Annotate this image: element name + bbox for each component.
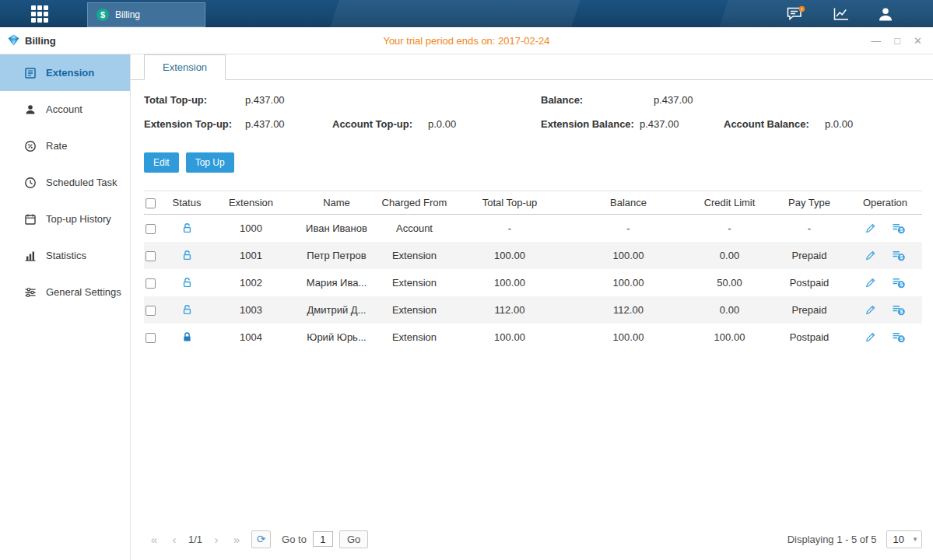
- chevron-down-icon: ▾: [909, 535, 921, 543]
- window-title: Billing: [25, 35, 56, 47]
- prev-page-button[interactable]: ‹: [164, 533, 184, 546]
- pay-type-cell: Prepaid: [770, 242, 848, 269]
- edit-icon[interactable]: [865, 250, 876, 261]
- minimize-button[interactable]: —: [871, 36, 881, 46]
- sidebar-item-label: Rate: [46, 140, 67, 152]
- table-body: 1000Иван ИвановAccount----$1001Петр Петр…: [144, 215, 922, 351]
- edit-icon[interactable]: [865, 222, 876, 234]
- page-size-select[interactable]: 10 ▾: [886, 530, 922, 548]
- summary-label: Account Top-up:: [332, 118, 412, 130]
- apps-grid-icon[interactable]: [31, 5, 48, 23]
- row-checkbox[interactable]: [146, 278, 156, 289]
- topbar-tab-billing[interactable]: $ Billing: [87, 2, 205, 27]
- extension-table: StatusExtensionNameCharged FromTotal Top…: [144, 191, 922, 351]
- displaying-text: Displaying 1 - 5 of 5: [787, 534, 877, 545]
- column-header-credit-limit[interactable]: Credit Limit: [689, 191, 770, 215]
- table-row: 1003Дмитрий Д...Extension112.00112.000.0…: [144, 296, 922, 324]
- topbar-tab-label: Billing: [115, 9, 140, 20]
- lock-closed-icon[interactable]: [181, 331, 193, 343]
- pagination-bar: « ‹ 1/1 › » ⟳ Go to Go Displaying 1 - 5 …: [131, 524, 933, 560]
- extension-cell: 1001: [206, 242, 296, 269]
- billing-app-logo-icon: [8, 34, 19, 48]
- total-topup-cell: 100.00: [451, 242, 568, 269]
- extension-cell: 1002: [206, 269, 296, 296]
- page-size-value: 10: [887, 534, 909, 545]
- row-checkbox[interactable]: [146, 333, 156, 343]
- row-checkbox[interactable]: [146, 306, 156, 316]
- first-page-button[interactable]: «: [144, 533, 164, 546]
- charged-from-cell: Extension: [377, 242, 451, 269]
- refresh-button[interactable]: ⟳: [251, 530, 271, 548]
- next-page-button[interactable]: ›: [206, 533, 226, 546]
- row-checkbox[interactable]: [146, 224, 156, 234]
- column-header-status[interactable]: Status: [167, 191, 206, 215]
- lock-open-icon[interactable]: [181, 222, 193, 234]
- charged-from-cell: Account: [377, 215, 451, 242]
- column-header-pay-type[interactable]: Pay Type: [770, 191, 848, 215]
- extension-cell: 1000: [206, 215, 296, 242]
- column-header-total-top-up[interactable]: Total Top-up: [451, 191, 568, 215]
- sidebar-item-rate[interactable]: Rate: [0, 128, 130, 164]
- credit-limit-cell: 50.00: [689, 269, 770, 296]
- sidebar-item-statistics[interactable]: Statistics: [0, 237, 130, 274]
- charged-from-cell: Extension: [377, 269, 451, 296]
- window-titlebar: Billing Your trial period ends on: 2017-…: [0, 27, 933, 54]
- credit-limit-cell: 0.00: [689, 242, 770, 269]
- last-page-button[interactable]: »: [226, 533, 247, 546]
- sidebar-item-account[interactable]: Account: [0, 91, 130, 128]
- svg-text:!: !: [801, 7, 803, 12]
- balance-cell: 100.00: [568, 242, 689, 269]
- tab-extension[interactable]: Extension: [144, 54, 226, 80]
- column-header-name[interactable]: Name: [296, 191, 377, 215]
- top-up-icon[interactable]: $: [892, 304, 906, 316]
- top-up-icon[interactable]: $: [892, 331, 906, 343]
- table-row: 1002Мария Ива...Extension100.00100.0050.…: [144, 269, 922, 296]
- edit-icon[interactable]: [865, 277, 876, 289]
- messages-icon[interactable]: !: [785, 5, 805, 23]
- sidebar-item-general-settings[interactable]: General Settings: [0, 274, 130, 310]
- edit-button[interactable]: Edit: [144, 152, 179, 173]
- maximize-button[interactable]: □: [894, 36, 900, 46]
- lock-open-icon[interactable]: [181, 304, 193, 316]
- select-all-checkbox[interactable]: [146, 198, 156, 208]
- extension-icon: [24, 67, 37, 79]
- top-up-button[interactable]: Top Up: [186, 152, 234, 173]
- row-checkbox[interactable]: [146, 251, 156, 261]
- edit-icon[interactable]: [865, 331, 876, 343]
- top-up-icon[interactable]: $: [892, 250, 906, 261]
- sidebar: ExtensionAccountRateScheduled TaskTop-up…: [0, 54, 131, 560]
- pay-type-cell: Postpaid: [770, 324, 848, 351]
- lock-open-icon[interactable]: [181, 277, 193, 289]
- balance-cell: -: [568, 215, 689, 242]
- go-button[interactable]: Go: [339, 530, 368, 548]
- credit-limit-cell: 100.00: [689, 324, 770, 351]
- column-header-operation[interactable]: Operation: [848, 191, 922, 215]
- name-cell: Юрий Юрь...: [296, 324, 377, 351]
- goto-label: Go to: [282, 534, 307, 545]
- general-settings-icon: [24, 286, 37, 299]
- top-up-icon[interactable]: $: [892, 277, 906, 289]
- name-cell: Иван Иванов: [296, 215, 377, 242]
- sidebar-item-extension[interactable]: Extension: [0, 54, 130, 91]
- resource-monitor-icon[interactable]: [832, 6, 851, 22]
- scheduled-task-icon: [24, 177, 37, 189]
- sidebar-item-scheduled-task[interactable]: Scheduled Task: [0, 164, 130, 201]
- credit-limit-cell: 0.00: [689, 296, 770, 324]
- edit-icon[interactable]: [865, 304, 876, 316]
- rate-icon: [24, 140, 37, 152]
- top-up-icon[interactable]: $: [892, 222, 906, 234]
- user-icon[interactable]: [877, 6, 894, 22]
- page-indicator: 1/1: [188, 534, 202, 545]
- column-header-charged-from[interactable]: Charged From: [377, 191, 451, 215]
- summary-label: Extension Top-up:: [144, 118, 232, 130]
- goto-page-input[interactable]: [313, 531, 333, 547]
- trial-notice: Your trial period ends on: 2017-02-24: [0, 27, 933, 54]
- close-button[interactable]: ✕: [914, 36, 922, 46]
- column-header-extension[interactable]: Extension: [206, 191, 296, 215]
- lock-open-icon[interactable]: [181, 250, 193, 261]
- total-topup-cell: 100.00: [451, 269, 568, 296]
- total-topup-cell: 100.00: [451, 324, 568, 351]
- balance-cell: 100.00: [568, 324, 689, 351]
- sidebar-item-top-up-history[interactable]: Top-up History: [0, 201, 130, 237]
- column-header-balance[interactable]: Balance: [568, 191, 689, 215]
